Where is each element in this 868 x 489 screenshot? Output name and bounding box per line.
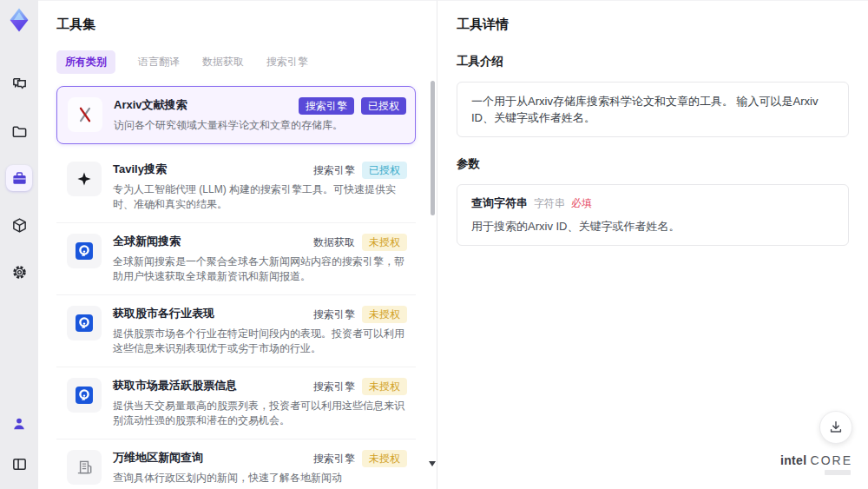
- tavily-icon: [76, 170, 93, 188]
- category-badge: 数据获取: [313, 234, 355, 251]
- intro-box: 一个用于从Arxiv存储库搜索科学论文和文章的工具。 输入可以是Arxiv ID…: [457, 82, 849, 137]
- tool-name: Arxiv文献搜索: [114, 97, 187, 113]
- chat-icon: [11, 76, 28, 93]
- arxiv-icon: [76, 105, 95, 124]
- qnews-icon: [74, 385, 95, 406]
- param-required-badge: 必填: [571, 196, 592, 211]
- auth-status-badge: 已授权: [361, 97, 406, 115]
- folder-icon: [11, 123, 28, 140]
- auth-status-badge: 已授权: [362, 162, 407, 179]
- category-badge: 搜索引擎: [313, 450, 355, 467]
- tool-name: 获取股市各行业表现: [113, 306, 214, 321]
- tool-description: 查询具体行政区划内的新闻，快速了解各地新闻动: [113, 471, 407, 486]
- tool-name: 万维地区新闻查询: [113, 450, 203, 466]
- category-badge: 搜索引擎: [313, 162, 355, 179]
- params-heading: 参数: [457, 156, 849, 172]
- param-description: 用于搜索的Arxiv ID、关键字或作者姓名。: [471, 219, 834, 235]
- auth-status-badge: 未授权: [362, 450, 407, 467]
- tool-icon-tile: [67, 162, 102, 196]
- tool-icon-tile: [67, 306, 102, 340]
- qnews-icon: [74, 241, 95, 261]
- auth-status-badge: 未授权: [362, 234, 407, 251]
- tool-description: 提供股票市场各个行业在特定时间段内的表现。投资者可以利用这些信息来识别表现优于或…: [113, 327, 407, 356]
- param-type: 字符串: [534, 196, 565, 211]
- scroll-down-icon[interactable]: [429, 461, 436, 466]
- tool-list-panel: 工具集 所有类别语言翻译数据获取搜索引擎 Arxiv文献搜索 搜索引擎 已授权 …: [38, 0, 437, 489]
- tool-card[interactable]: 获取市场最活跃股票信息 搜索引擎 未授权 提供当天交易量最高的股票列表，投资者可…: [56, 367, 416, 439]
- brand-underline: [825, 470, 851, 475]
- auth-status-badge: 未授权: [362, 306, 407, 323]
- sidebar-panel-icon: [11, 456, 28, 472]
- page-title: 工具集: [56, 17, 426, 33]
- category-badge: 搜索引擎: [313, 306, 355, 323]
- param-name: 查询字符串: [471, 195, 528, 211]
- tool-description: 专为人工智能代理 (LLM) 构建的搜索引擎工具。可快速提供实时、准确和真实的结…: [113, 182, 407, 212]
- user-profile-button[interactable]: [6, 411, 32, 437]
- list-scrollbar[interactable]: [431, 81, 435, 215]
- tab-0[interactable]: 所有类别: [56, 50, 115, 74]
- intro-heading: 工具介绍: [457, 54, 849, 69]
- user-icon: [11, 416, 27, 432]
- tool-card[interactable]: 全球新闻搜索 数据获取 未授权 全球新闻搜索是一个聚合全球各大新闻网站内容的搜索…: [56, 223, 416, 295]
- briefcase-icon: [11, 170, 28, 187]
- tool-icon-tile: [67, 450, 102, 485]
- category-badge: 搜索引擎: [313, 378, 355, 395]
- qnews-icon: [74, 313, 95, 334]
- tool-card[interactable]: 获取股市各行业表现 搜索引擎 未授权 提供股票市场各个行业在特定时间段内的表现。…: [56, 295, 416, 367]
- tool-cards: Arxiv文献搜索 搜索引擎 已授权 访问各个研究领域大量科学论文和文章的存储库…: [56, 86, 426, 489]
- tool-name: 全球新闻搜索: [113, 234, 181, 249]
- gear-icon: [11, 264, 28, 281]
- tool-icon-tile: [67, 378, 102, 413]
- nav-packages-button[interactable]: [6, 212, 32, 238]
- nav-tools-button[interactable]: [6, 165, 32, 191]
- download-icon: [828, 420, 844, 435]
- package-icon: [11, 217, 28, 234]
- tool-description: 访问各个研究领域大量科学论文和文章的存储库。: [114, 118, 406, 133]
- tool-name: Tavily搜索: [113, 162, 167, 177]
- nav-chat-button[interactable]: [6, 71, 32, 97]
- category-badge: 搜索引擎: [299, 97, 354, 115]
- tool-card[interactable]: 万维地区新闻查询 搜索引擎 未授权 查询具体行政区划内的新闻，快速了解各地新闻动: [56, 439, 416, 489]
- tool-card[interactable]: Arxiv文献搜索 搜索引擎 已授权 访问各个研究领域大量科学论文和文章的存储库…: [56, 86, 416, 144]
- tool-description: 全球新闻搜索是一个聚合全球各大新闻网站内容的搜索引擎，帮助用户快速获取全球最新资…: [113, 254, 407, 284]
- intro-text: 一个用于从Arxiv存储库搜索科学论文和文章的工具。 输入可以是Arxiv ID…: [471, 93, 834, 126]
- auth-status-badge: 未授权: [362, 378, 407, 395]
- building-icon: [75, 458, 94, 477]
- gem-logo-icon: [6, 7, 32, 33]
- brand-core: CORE: [811, 453, 852, 467]
- intel-core-logo: intel CORE: [780, 453, 852, 475]
- tool-name: 获取市场最活跃股票信息: [113, 378, 237, 393]
- tab-3[interactable]: 搜索引擎: [266, 50, 308, 74]
- tool-details-panel: 工具详情 工具介绍 一个用于从Arxiv存储库搜索科学论文和文章的工具。 输入可…: [437, 0, 868, 489]
- brand-intel: intel: [780, 453, 806, 467]
- tool-icon-tile: [68, 97, 102, 132]
- app-logo: [4, 5, 34, 35]
- nav-files-button[interactable]: [6, 118, 32, 144]
- app-rail: [0, 0, 38, 489]
- tool-icon-tile: [67, 234, 102, 268]
- details-title: 工具详情: [457, 17, 849, 33]
- collapse-sidebar-button[interactable]: [6, 451, 32, 477]
- nav-settings-button[interactable]: [6, 259, 32, 285]
- download-button[interactable]: [819, 411, 852, 444]
- tool-card[interactable]: Tavily搜索 搜索引擎 已授权 专为人工智能代理 (LLM) 构建的搜索引擎…: [56, 151, 416, 223]
- tool-description: 提供当天交易量最高的股票列表，投资者可以利用这些信息来识别流动性强的股票和潜在的…: [113, 399, 407, 428]
- tab-2[interactable]: 数据获取: [202, 50, 244, 74]
- param-box: 查询字符串 字符串 必填 用于搜索的Arxiv ID、关键字或作者姓名。: [457, 184, 849, 246]
- category-tabs: 所有类别语言翻译数据获取搜索引擎: [56, 50, 426, 74]
- tab-1[interactable]: 语言翻译: [138, 50, 180, 74]
